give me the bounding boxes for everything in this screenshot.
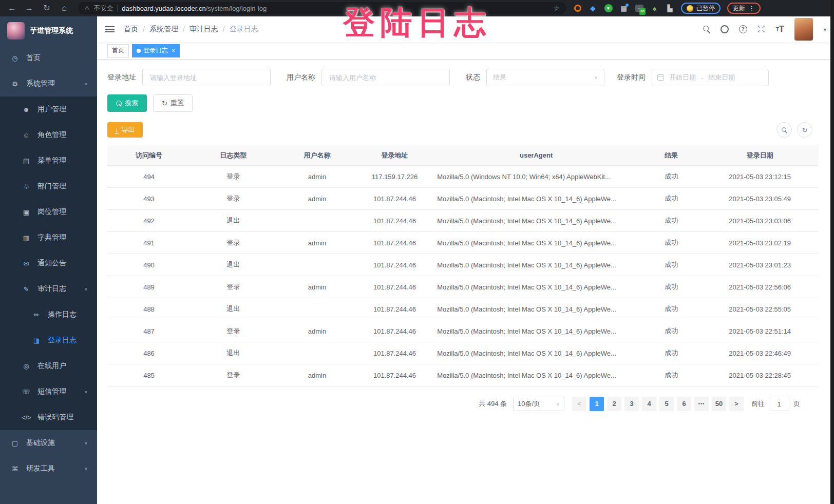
export-button[interactable]: ↓ 导出	[107, 122, 143, 138]
address-bar[interactable]: ⚠ 不安全 dashboard.yudao.iocoder.cn/system/…	[78, 2, 566, 14]
start-date-placeholder: 开始日期	[669, 73, 696, 82]
browser-menu-icon[interactable]: ⋮	[748, 5, 755, 12]
sidebar-item-post-management[interactable]: ▣岗位管理	[0, 199, 97, 225]
browser-forward-icon[interactable]: →	[23, 0, 36, 16]
column-header-2: 用户名称	[276, 145, 358, 166]
chevron-down-icon[interactable]: ∨	[823, 27, 827, 32]
page-size-select[interactable]: 10条/页 ∨	[513, 397, 564, 411]
post-icon: ▣	[22, 208, 31, 216]
cell-username: admin	[276, 276, 358, 298]
cell-user-agent: Mozilla/5.0 (Macintosh; Intel Mac OS X 1…	[431, 210, 641, 232]
search-button[interactable]: 搜索	[107, 94, 147, 112]
cell-id: 487	[107, 320, 191, 342]
omnibox-divider	[117, 5, 118, 12]
table-row: 491登录admin101.87.244.46Mozilla/5.0 (Maci…	[107, 232, 819, 254]
sidebar-item-home[interactable]: ◷首页	[0, 45, 97, 71]
sidebar-item-menu-management[interactable]: ▤菜单管理	[0, 148, 97, 173]
cell-login-date: 2021-05-03 23:01:23	[701, 254, 819, 276]
fullscreen-icon[interactable]: ↖↗↙↘	[757, 25, 766, 33]
date-range-separator: -	[701, 74, 703, 82]
browser-home-icon[interactable]: ⌂	[58, 0, 71, 16]
page-button-3[interactable]: 3	[624, 397, 639, 411]
prev-page-button[interactable]: <	[572, 397, 586, 411]
sidebar-item-audit-log[interactable]: ✎审计日志∧	[0, 276, 97, 302]
cell-result: 成功	[641, 320, 701, 342]
next-page-button[interactable]: >	[729, 397, 744, 411]
breadcrumb-item[interactable]: 首页	[124, 25, 138, 34]
sidebar-item-dept-management[interactable]: ♧部门管理	[0, 173, 97, 199]
page-button-2[interactable]: 2	[607, 397, 621, 411]
sidebar-item-label: 在线用户	[37, 361, 66, 371]
sidebar-item-dev-tools[interactable]: ⌘研发工具∨	[0, 456, 97, 481]
username-input[interactable]	[321, 69, 450, 86]
close-icon[interactable]: ×	[172, 47, 175, 54]
date-range-picker[interactable]: 开始日期 - 结束日期	[652, 69, 769, 86]
cell-log-type: 退出	[191, 342, 276, 364]
search-icon[interactable]	[703, 26, 710, 33]
sidebar-item-error-code-management[interactable]: </>错误码管理	[0, 404, 97, 430]
breadcrumb-item[interactable]: 审计日志	[189, 25, 218, 34]
hamburger-icon[interactable]	[105, 26, 115, 32]
cell-user-agent: Mozilla/5.0 (Macintosh; Intel Mac OS X 1…	[431, 320, 641, 342]
update-badge[interactable]: 更新 ⋮	[727, 3, 761, 14]
page-button-1[interactable]: 1	[590, 397, 604, 411]
sidebar-menu: ◷首页⚙系统管理∧☻用户管理☺角色管理▤菜单管理♧部门管理▣岗位管理▥字典管理✉…	[0, 45, 97, 481]
green-heart-extension-icon[interactable]: ♥	[604, 4, 613, 13]
cell-login-ip: 101.87.244.46	[358, 364, 431, 386]
browser-back-icon[interactable]: ←	[5, 0, 18, 16]
sidebar-item-login-log[interactable]: ◨登录日志	[0, 327, 97, 353]
window-scrollbar[interactable]	[830, 0, 834, 504]
table-row: 494登录admin117.159.17.226Mozilla/5.0 (Win…	[107, 166, 819, 188]
cell-user-agent: Mozilla/5.0 (Macintosh; Intel Mac OS X 1…	[431, 254, 641, 276]
status-select[interactable]: 结果 ∨	[486, 69, 604, 86]
sidebar-item-label: 角色管理	[37, 130, 66, 140]
page-button-5[interactable]: 5	[659, 397, 674, 411]
cell-username	[276, 298, 358, 320]
tab-login-log[interactable]: 登录日志×	[132, 44, 180, 57]
sidebar-item-infrastructure[interactable]: ▢基础设施∨	[0, 430, 97, 456]
breadcrumb-item[interactable]: 系统管理	[149, 25, 178, 34]
blue-gem-extension-icon[interactable]: ◆	[589, 4, 597, 13]
github-icon[interactable]	[721, 25, 729, 33]
sidebar-item-system-management[interactable]: ⚙系统管理∧	[0, 71, 97, 96]
sidebar-item-label: 错误码管理	[37, 413, 73, 422]
user-avatar[interactable]	[794, 18, 813, 41]
tab-active-dot	[137, 49, 141, 53]
sidebar-item-role-management[interactable]: ☺角色管理	[0, 122, 97, 148]
toggle-search-button[interactable]	[776, 122, 792, 138]
list-an-extension-icon[interactable]: ≡	[635, 4, 643, 13]
cell-id: 492	[107, 210, 191, 232]
cell-username	[276, 342, 358, 364]
bookmark-star-icon[interactable]: ☆	[553, 4, 560, 12]
grid-extension-icon[interactable]: ▦	[619, 4, 628, 13]
help-icon[interactable]: ?	[739, 25, 747, 33]
orange-extension-icon[interactable]	[573, 4, 582, 13]
font-size-icon[interactable]: TT	[776, 25, 784, 34]
tab-home[interactable]: 首页	[107, 44, 129, 57]
browser-reload-icon[interactable]: ↻	[40, 0, 53, 16]
plant-extension-icon[interactable]: ♠	[650, 4, 659, 13]
page-button-4[interactable]: 4	[642, 397, 656, 411]
refresh-table-button[interactable]: ↻	[797, 122, 812, 138]
puzzle-extension-icon[interactable]: ▙	[666, 4, 674, 13]
sidebar-item-operate-log[interactable]: ✏操作日志	[0, 302, 97, 327]
page-button-6[interactable]: 6	[677, 397, 691, 411]
reset-button[interactable]: ↻ 重置	[153, 94, 193, 112]
sidebar-item-dict-management[interactable]: ▥字典管理	[0, 225, 97, 250]
page-content: 登录地址 用户名称 状态 结果 ∨ 登录时间	[97, 60, 834, 504]
page-button-50[interactable]: 50	[712, 397, 726, 411]
cell-user-agent: Mozilla/5.0 (Windows NT 10.0; Win64; x64…	[431, 166, 641, 188]
page-ellipsis[interactable]: •••	[694, 397, 709, 411]
cell-username	[276, 210, 358, 232]
sidebar-item-online-users[interactable]: ◎在线用户	[0, 353, 97, 379]
cell-login-ip: 101.87.244.46	[358, 298, 431, 320]
sidebar-logo[interactable]: 芋道管理系统	[0, 16, 97, 45]
sidebar-item-label: 岗位管理	[37, 207, 66, 217]
pager-pages: 123456•••50	[588, 397, 728, 411]
sidebar-item-sms-management[interactable]: ☏短信管理∨	[0, 379, 97, 404]
sidebar-item-user-management[interactable]: ☻用户管理	[0, 96, 97, 122]
sidebar-item-notice[interactable]: ✉通知公告	[0, 250, 97, 276]
goto-page-input[interactable]	[769, 397, 789, 411]
paused-extension-badge[interactable]: 已暂停	[681, 3, 721, 14]
login-address-input[interactable]	[142, 69, 271, 86]
